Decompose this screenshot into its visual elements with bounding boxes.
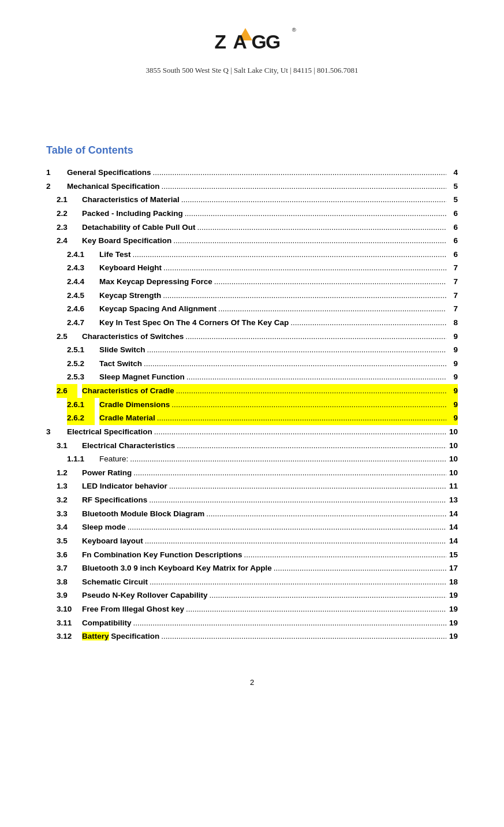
toc-num: 3.3 (57, 507, 77, 521)
toc-dots: ........................................… (147, 493, 446, 507)
toc-label: Keycap Strength (99, 289, 161, 303)
toc-label: Slide Switch (99, 343, 145, 357)
toc-page: 10 (446, 425, 458, 439)
toc-page: 13 (446, 493, 458, 507)
toc-dots: ........................................… (184, 602, 446, 616)
toc-title: Table of Contents (46, 144, 458, 157)
toc-num: 2.5 (57, 330, 77, 344)
toc-entry: 3.9Pseudo N-Key Rollover Capability ....… (57, 588, 458, 602)
toc-page: 9 (446, 384, 458, 398)
toc-num: 3.10 (57, 602, 77, 616)
toc-label: Sleep Magnet Function (99, 370, 185, 384)
toc-section: Table of Contents 1General Specification… (46, 144, 458, 643)
toc-dots: ........................................… (170, 398, 446, 412)
toc-entry: 2.6.2Cradle Material ...................… (67, 411, 458, 425)
toc-label: Feature: (99, 452, 128, 466)
toc-num: 2.4.7 (67, 316, 95, 330)
svg-text:GG: GG (251, 31, 280, 53)
toc-entry: 2.6.1Cradle Dimensions .................… (67, 398, 458, 412)
toc-label: Detachability of Cable Pull Out (82, 221, 196, 234)
toc-label: Cradle Material (99, 411, 155, 425)
toc-entry: 2.3Detachability of Cable Pull Out .....… (57, 221, 458, 234)
toc-page: 7 (446, 302, 458, 316)
toc-dots: ........................................… (126, 520, 446, 534)
toc-num: 3.4 (57, 520, 77, 534)
toc-label: Schematic Circuit (82, 575, 148, 589)
toc-num: 3.9 (57, 588, 77, 602)
toc-page: 17 (446, 561, 458, 575)
toc-num: 3.7 (57, 561, 77, 575)
company-address: 3855 South 500 West Ste Q | Salt Lake Ci… (145, 66, 358, 75)
toc-entry: 1.2Power Rating ........................… (57, 466, 458, 480)
toc-dots: ........................................… (151, 166, 446, 180)
toc-dots: ........................................… (159, 629, 446, 643)
toc-page: 8 (446, 316, 458, 330)
toc-dots: ........................................… (142, 357, 446, 371)
toc-page: 19 (446, 588, 458, 602)
toc-page: 10 (446, 466, 458, 480)
toc-entry: 2.4.7Key In Test Spec On The 4 Corners O… (67, 316, 458, 330)
toc-dots: ........................................… (272, 561, 446, 575)
toc-num: 2.4.6 (67, 302, 95, 316)
toc-dots: ........................................… (167, 479, 446, 493)
toc-label: Key Board Specification (82, 234, 171, 248)
toc-page: 10 (446, 439, 458, 453)
toc-entry: 3.5Keyboard layout .....................… (57, 534, 458, 548)
toc-dots: ........................................… (131, 248, 446, 262)
toc-dots: ........................................… (204, 507, 446, 521)
toc-entry: 3.12Battery Specification ..............… (57, 629, 458, 643)
toc-entry: 2.4.6Keycap Spacing And Alignment ......… (67, 302, 458, 316)
toc-num: 2.5.1 (67, 343, 95, 357)
toc-num: 1.1.1 (67, 452, 95, 466)
toc-page: 7 (446, 289, 458, 303)
toc-num: 3.12 (57, 629, 77, 643)
toc-entries: 1General Specifications ................… (46, 166, 458, 643)
toc-label: LED Indicator behavior (82, 479, 167, 493)
toc-entry: 2Mechanical Specification ..............… (46, 180, 458, 193)
toc-num: 3.2 (57, 493, 77, 507)
toc-dots: ........................................… (185, 370, 446, 384)
toc-page: 11 (446, 479, 458, 493)
toc-label: Bluetooth 3.0 9 inch Keyboard Key Matrix… (82, 561, 272, 575)
toc-label: Characteristics of Switches (82, 330, 184, 344)
toc-entry: 3Electrical Specification ..............… (46, 425, 458, 439)
toc-page: 10 (446, 452, 458, 466)
toc-entry: 2.4.3Keyboard Height ...................… (67, 261, 458, 275)
toc-dots: ........................................… (152, 425, 446, 439)
toc-entry: 1General Specifications ................… (46, 166, 458, 180)
toc-label: Life Test (99, 248, 131, 262)
toc-entry: 2.5.1Slide Switch ......................… (67, 343, 458, 357)
toc-num: 2.3 (57, 221, 77, 234)
toc-label: Electrical Characteristics (82, 439, 175, 453)
toc-num: 1.3 (57, 479, 77, 493)
toc-page: 9 (446, 357, 458, 371)
toc-num: 2.5.2 (67, 357, 95, 371)
toc-page: 6 (446, 248, 458, 262)
toc-label: Max Keycap Depressing Force (99, 275, 212, 289)
toc-num: 1 (46, 166, 62, 180)
toc-dots: ........................................… (143, 534, 446, 548)
toc-dots: ........................................… (216, 302, 446, 316)
logo: Z A GG ® (206, 23, 298, 60)
toc-label: Pseudo N-Key Rollover Capability (82, 588, 208, 602)
toc-entry: 3.3Bluetooth Module Block Diagram ......… (57, 507, 458, 521)
toc-label: Tact Switch (99, 357, 142, 371)
toc-dots: ........................................… (184, 330, 446, 344)
toc-label: Keyboard Height (99, 261, 162, 275)
toc-entry: 2.6Characteristics of Cradle ...........… (57, 384, 458, 398)
toc-entry: 3.11Compatibility ......................… (57, 616, 458, 630)
toc-num: 3.11 (57, 616, 77, 630)
toc-page: 6 (446, 221, 458, 234)
toc-entry: 1.1.1Feature: ..........................… (67, 452, 458, 466)
toc-label: Mechanical Specification (67, 180, 160, 193)
toc-label: Key In Test Spec On The 4 Corners Of The… (99, 316, 289, 330)
toc-dots: ........................................… (132, 616, 446, 630)
toc-label: Battery Specification (82, 629, 159, 643)
toc-dots: ........................................… (145, 343, 446, 357)
toc-label: Cradle Dimensions (99, 398, 170, 412)
toc-entry: 3.4Sleep mode ..........................… (57, 520, 458, 534)
toc-page: 4 (446, 166, 458, 180)
svg-text:A: A (233, 31, 247, 53)
toc-num: 2.6.1 (67, 398, 95, 412)
toc-entry: 2.4.5Keycap Strength ...................… (67, 289, 458, 303)
